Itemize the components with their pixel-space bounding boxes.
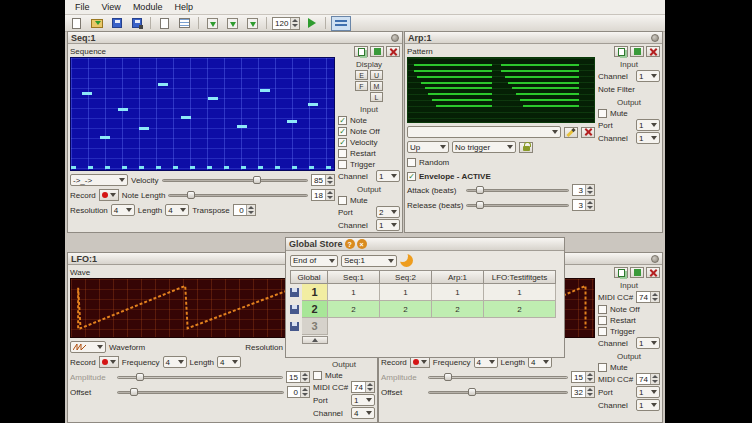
store-slot-button[interactable] bbox=[290, 284, 302, 301]
length-combo[interactable]: 4 bbox=[165, 204, 189, 216]
length-combo[interactable]: 4 bbox=[217, 356, 241, 368]
trigger-checkbox[interactable] bbox=[598, 327, 607, 336]
seq-titlebar[interactable]: Seq:1 bbox=[68, 32, 402, 44]
mute-checkbox-row[interactable]: Mute bbox=[313, 370, 375, 380]
output-channel-combo[interactable]: 4 bbox=[351, 407, 375, 419]
close-button[interactable]: × bbox=[357, 239, 367, 249]
delete-module-button[interactable] bbox=[646, 267, 660, 278]
whats-this-button[interactable]: ? bbox=[345, 239, 355, 249]
display-range-m-button[interactable]: M bbox=[370, 81, 383, 91]
mute-checkbox[interactable] bbox=[313, 371, 322, 380]
arp-titlebar[interactable]: Arp:1 bbox=[405, 32, 662, 44]
mute-checkbox[interactable] bbox=[598, 109, 607, 118]
amplitude-spinbox[interactable]: 15 bbox=[571, 371, 595, 383]
duplicate-module-button[interactable] bbox=[614, 267, 628, 278]
amplitude-spinbox[interactable]: 15 bbox=[286, 371, 310, 383]
trigger-mode-combo[interactable]: No trigger bbox=[452, 141, 516, 153]
note-filter-row[interactable]: Note Filter bbox=[598, 83, 660, 95]
duplicate-module-button[interactable] bbox=[614, 46, 628, 57]
settings-toggle-button[interactable] bbox=[331, 16, 351, 31]
restart-checkbox[interactable] bbox=[338, 149, 347, 158]
release-slider[interactable] bbox=[466, 200, 569, 210]
port-combo[interactable]: 1 bbox=[351, 394, 375, 406]
display-range-u-button[interactable]: U bbox=[370, 70, 383, 80]
new-setup-button[interactable] bbox=[156, 16, 173, 31]
restart-checkbox-row[interactable]: Restart bbox=[598, 315, 660, 325]
midi-cc-spinbox[interactable]: 74 bbox=[351, 381, 375, 393]
collapse-button[interactable] bbox=[302, 336, 328, 344]
delete-module-button[interactable] bbox=[386, 46, 400, 57]
mute-checkbox[interactable] bbox=[338, 196, 347, 205]
window-handle-icon[interactable] bbox=[391, 34, 399, 42]
dialog-titlebar[interactable]: Global Store ? × bbox=[286, 238, 564, 251]
restart-checkbox[interactable] bbox=[598, 316, 607, 325]
save-as-button[interactable] bbox=[128, 16, 145, 31]
restart-checkbox-row[interactable]: Restart bbox=[338, 148, 400, 158]
release-spinbox[interactable]: 3 bbox=[572, 199, 595, 211]
random-checkbox[interactable] bbox=[407, 158, 416, 167]
mute-checkbox-row[interactable]: Mute bbox=[338, 195, 400, 205]
column-header-seq2[interactable]: Seq:2 bbox=[380, 270, 432, 284]
window-handle-icon[interactable] bbox=[651, 255, 659, 263]
offset-slider[interactable] bbox=[117, 387, 284, 397]
store-cell[interactable]: 2 bbox=[484, 301, 556, 318]
menu-module[interactable]: Module bbox=[127, 1, 169, 13]
add-seq-button[interactable] bbox=[244, 16, 261, 31]
lfo1-wave-display[interactable] bbox=[70, 278, 310, 338]
edit-pattern-button[interactable] bbox=[564, 127, 578, 138]
note-off-checkbox[interactable] bbox=[338, 127, 347, 136]
menu-view[interactable]: View bbox=[96, 1, 127, 13]
resolution-combo[interactable]: 4 bbox=[111, 204, 135, 216]
loop-marker-combo[interactable]: ->_-> bbox=[70, 174, 128, 186]
midi-cc-spinbox[interactable]: 74 bbox=[636, 291, 660, 303]
window-handle-icon[interactable] bbox=[651, 34, 659, 42]
add-lfo-button[interactable] bbox=[224, 16, 241, 31]
store-global-cell[interactable]: 2 bbox=[302, 301, 328, 318]
waveform-combo[interactable] bbox=[70, 341, 106, 353]
display-mode-e-button[interactable]: E bbox=[355, 70, 368, 80]
velocity-spinbox[interactable]: 85 bbox=[311, 174, 335, 186]
note-checkbox[interactable] bbox=[338, 116, 347, 125]
display-mode-f-button[interactable]: F bbox=[355, 81, 368, 91]
input-channel-combo[interactable]: 1 bbox=[376, 170, 400, 182]
menu-file[interactable]: File bbox=[69, 1, 96, 13]
repeat-mode-combo[interactable]: Up bbox=[407, 141, 449, 153]
frequency-combo[interactable]: 4 bbox=[163, 356, 187, 368]
column-header-seq1[interactable]: Seq:1 bbox=[328, 270, 380, 284]
offset-spinbox[interactable]: 0 bbox=[287, 386, 310, 398]
transpose-spinbox[interactable]: 0 bbox=[233, 204, 256, 216]
note-off-checkbox-row[interactable]: Note Off bbox=[338, 126, 400, 136]
mute-checkbox-row[interactable]: Mute bbox=[598, 362, 660, 372]
note-length-spinbox[interactable]: 18 bbox=[311, 189, 335, 201]
output-channel-combo[interactable]: 1 bbox=[376, 219, 400, 231]
menu-help[interactable]: Help bbox=[168, 1, 199, 13]
offset-slider[interactable] bbox=[428, 387, 568, 397]
velocity-slider[interactable] bbox=[162, 175, 309, 185]
input-channel-combo[interactable]: 1 bbox=[636, 337, 660, 349]
store-cell[interactable]: 1 bbox=[432, 284, 484, 301]
input-channel-combo[interactable]: 1 bbox=[636, 70, 660, 82]
seq-display[interactable] bbox=[70, 57, 335, 171]
new-file-button[interactable] bbox=[68, 16, 85, 31]
velocity-checkbox[interactable] bbox=[338, 138, 347, 147]
amplitude-slider[interactable] bbox=[117, 372, 283, 382]
mute-checkbox-row[interactable]: Mute bbox=[598, 108, 660, 118]
store-cell[interactable]: 1 bbox=[328, 284, 380, 301]
column-header-global[interactable]: Global bbox=[290, 270, 328, 284]
column-header-arp1[interactable]: Arp:1 bbox=[432, 270, 484, 284]
trigger-checkbox-row[interactable]: Trigger bbox=[338, 159, 400, 169]
add-arp-button[interactable] bbox=[204, 16, 221, 31]
pattern-preset-combo[interactable] bbox=[407, 126, 561, 138]
store-slot-button[interactable] bbox=[290, 318, 302, 335]
store-slot-button[interactable] bbox=[290, 301, 302, 318]
restore-module-combo[interactable]: Seq:1 bbox=[341, 255, 397, 267]
offset-spinbox[interactable]: 32 bbox=[571, 386, 595, 398]
note-checkbox-row[interactable]: Note bbox=[338, 115, 400, 125]
delete-module-button[interactable] bbox=[646, 46, 660, 57]
envelope-section-header[interactable]: Envelope - ACTIVE bbox=[407, 171, 595, 181]
play-button[interactable] bbox=[303, 16, 320, 31]
envelope-checkbox[interactable] bbox=[407, 172, 416, 181]
store-cell[interactable]: 2 bbox=[328, 301, 380, 318]
attack-slider[interactable] bbox=[466, 185, 569, 195]
port-combo[interactable]: 1 bbox=[636, 386, 660, 398]
